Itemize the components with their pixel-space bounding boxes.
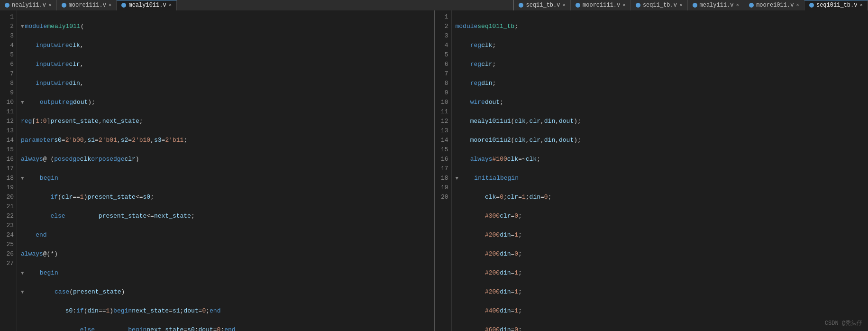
tab-moore1111-left[interactable]: moore1111.v ×	[57, 0, 117, 10]
right-code-line-16: #400 din=1;	[456, 306, 865, 316]
close-tab-seq1011-tb[interactable]: ×	[859, 2, 863, 8]
right-line-numbers: 12345 678910 1112131415 1617181920	[435, 10, 452, 331]
right-code-line-7: moore1011 u2(clk,clr,din,dout);	[456, 136, 865, 145]
tab-mealy111[interactable]: mealy111.v ×	[688, 0, 745, 10]
right-code-line-13: #200 din=0;	[456, 249, 865, 259]
right-code-line-11: #300 clr=0;	[456, 211, 865, 221]
tab-seq11-tb-1[interactable]: seq11_tb.v ×	[514, 0, 571, 10]
code-line-17: else begin next_state=s0;dout=0;end	[21, 325, 430, 331]
watermark: CSDN @秃头仔	[825, 319, 862, 327]
code-line-12: end	[21, 230, 430, 240]
code-line-10: if(clr==1) present_state<=s0;	[21, 193, 430, 202]
code-line-5: ▼ output reg dout);	[21, 98, 430, 107]
code-line-8: always @ (posedge clk or posedge clr)	[21, 155, 430, 164]
right-code-line-6: mealy1011 u1(clk,clr,din,dout);	[456, 117, 865, 126]
close-tab-mealy1011[interactable]: ×	[169, 2, 172, 8]
close-tab-seq11-tb-1[interactable]: ×	[562, 2, 566, 8]
close-tab-moore1011[interactable]: ×	[796, 2, 799, 8]
right-code-area[interactable]: 12345 678910 1112131415 1617181920 modul…	[435, 10, 868, 331]
right-code-line-14: #200 din=1;	[456, 268, 865, 278]
right-code-line-1: module seq1011_tb;	[456, 22, 865, 31]
close-tab-seq11-tb-2[interactable]: ×	[679, 2, 683, 8]
code-line-2: input wire clk,	[21, 41, 430, 50]
tab-moore1011[interactable]: moore1011.v ×	[744, 0, 804, 10]
right-code-line-15: #200 din=1;	[456, 287, 865, 297]
left-line-numbers: 12345 678910 1112131415 1617181920 21222…	[0, 10, 17, 331]
tab-seq1011-tb[interactable]: seq1011_tb.v ×	[804, 0, 868, 10]
left-code-content: ▼module mealy1011( input wire clk, input…	[17, 10, 434, 331]
right-code-line-4: reg din;	[456, 79, 865, 88]
right-code-line-17: #600 din=0;	[456, 325, 865, 331]
editors-container: 12345 678910 1112131415 1617181920 21222…	[0, 10, 868, 331]
close-tab-mealy111[interactable]: ×	[736, 2, 740, 8]
code-line-7: parameter s0=2'b00,s1=2'b01,s2=2'b10,s3=…	[21, 136, 430, 145]
tab-mealy1011[interactable]: mealy1011.v ×	[117, 0, 177, 10]
code-line-16: s0:if(din==1) begin next_state=s1;dout=0…	[21, 306, 430, 316]
right-code-line-9: ▼ initial begin	[456, 174, 865, 183]
code-line-15: ▼ case(present_state)	[21, 287, 430, 297]
code-line-1: ▼module mealy1011(	[21, 22, 430, 31]
left-tab-bar: nealy111.v × moore1111.v × mealy1011.v ×…	[0, 0, 868, 10]
left-editor: 12345 678910 1112131415 1617181920 21222…	[0, 10, 435, 331]
code-line-14: ▼ begin	[21, 268, 430, 278]
right-code-line-3: reg clr;	[456, 60, 865, 69]
right-code-content: module seq1011_tb; reg clk; reg clr; reg…	[452, 10, 868, 331]
tab-seq11-tb-2[interactable]: seq11_tb.v ×	[631, 0, 688, 10]
close-tab-moore1111-left[interactable]: ×	[109, 2, 112, 8]
right-code-line-12: #200 din=1;	[456, 230, 865, 240]
tab-nealy111[interactable]: nealy111.v ×	[0, 0, 57, 10]
code-line-4: input wire din,	[21, 79, 430, 88]
code-line-6: reg [1:0] present_state,next_state;	[21, 117, 430, 126]
code-line-3: input wire clr,	[21, 60, 430, 69]
left-code-area[interactable]: 12345 678910 1112131415 1617181920 21222…	[0, 10, 434, 331]
code-line-13: always @(*)	[21, 249, 430, 259]
close-tab-moore1111-right[interactable]: ×	[622, 2, 626, 8]
right-editor: 12345 678910 1112131415 1617181920 modul…	[435, 10, 868, 331]
right-code-line-10: clk=0;clr=1;din=0;	[456, 193, 865, 202]
close-tab-nealy111[interactable]: ×	[48, 2, 52, 8]
tab-moore1111-right[interactable]: moore1111.v ×	[571, 0, 631, 10]
code-line-9: ▼ begin	[21, 174, 430, 183]
code-line-11: else present_state<=next_state;	[21, 211, 430, 221]
right-code-line-2: reg clk;	[456, 41, 865, 50]
right-code-line-5: wire dout;	[456, 98, 865, 107]
right-code-line-8: always #100 clk=~clk;	[456, 155, 865, 164]
